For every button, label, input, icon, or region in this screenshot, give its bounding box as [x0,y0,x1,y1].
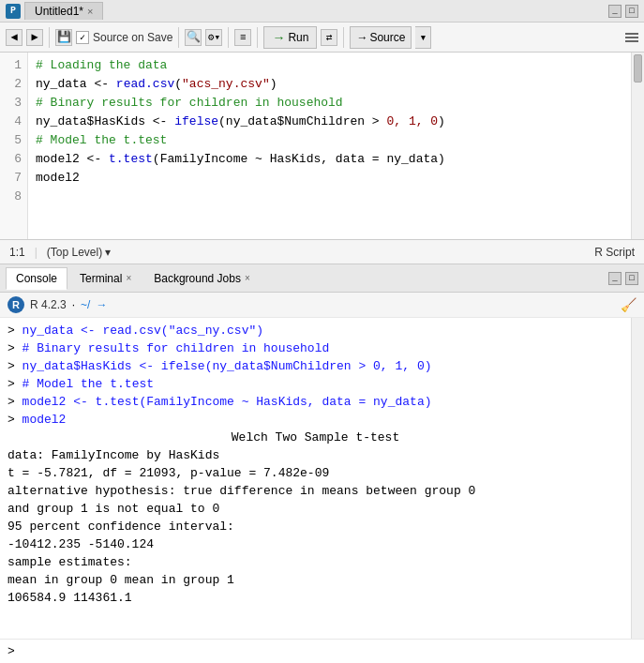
cmd-line-5: > model2 <- t.test(FamilyIncome ~ HasKid… [7,393,623,411]
run-play-icon: → [272,30,285,45]
cursor-position: 1:1 [9,246,25,259]
out-title: Welch Two Sample t-test [7,429,623,446]
tab-console-label: Console [16,272,57,285]
window-controls: _ □ [608,5,638,18]
run-button[interactable]: → Run [263,26,317,49]
cmd-line-1: > ny_data <- read.csv("acs_ny.csv") [7,322,623,339]
code-line-2: ny_data <- read.csv("acs_ny.csv") [36,75,623,94]
background-jobs-close-icon[interactable]: × [245,273,250,283]
title-bar: P Untitled1* × _ □ [0,0,644,23]
tab-terminal-label: Terminal [80,272,122,285]
scrollbar-thumb[interactable] [634,54,642,83]
dir-arrow-icon[interactable]: → [96,298,107,311]
source-arrow-icon: → [356,31,367,44]
toolbar-sep-2 [178,27,179,48]
toolbar-sep-1 [49,27,50,48]
clear-console-icon[interactable]: 🧹 [621,297,637,312]
tools-button[interactable]: ⚙▾ [205,29,222,46]
code-line-5: # Model the t.test [36,131,623,150]
code-line-8 [36,188,623,206]
tab-background-jobs-label: Background Jobs [154,272,241,285]
r-logo-icon: R [7,296,24,313]
console-prompt-symbol: > [7,644,15,658]
source-on-save-checkbox[interactable]: ✓ [76,31,89,44]
dot-sep: · [72,298,75,311]
out-means-header: mean in group 0 mean in group 1 [7,571,623,589]
console-scrollbar[interactable] [631,318,644,639]
source-label: Source [369,31,405,44]
line-numbers: 1 2 3 4 5 6 7 8 [0,53,28,239]
out-data: data: FamilyIncome by HasKids [7,446,623,464]
toolbar-sep-4 [257,27,258,48]
console-toolbar: _ □ [608,272,638,285]
cmd-line-4: > # Model the t.test [7,375,623,393]
r-version: R 4.2.3 [30,298,67,311]
out-tstat: t = -5.7821, df = 21093, p-value = 7.482… [7,464,623,482]
level-dropdown-icon[interactable]: ▾ [105,246,111,259]
console-input-field[interactable] [19,644,637,658]
back-button[interactable]: ◀ [6,29,22,46]
source-dropdown-button[interactable]: ▾ [415,26,431,49]
tab-close-icon[interactable]: × [87,6,93,17]
tab-label: Untitled1* [35,5,83,18]
console-panel: Console Terminal × Background Jobs × _ □… [0,264,644,663]
console-header: R R 4.2.3 · ~/ → 🧹 [0,293,644,318]
console-minimize-button[interactable]: _ [608,272,622,285]
sep1: | [35,246,37,259]
cmd-line-2: > # Binary results for children in house… [7,339,623,357]
format-button[interactable]: ≡ [234,29,251,46]
code-line-6: model2 <- t.test(FamilyIncome ~ HasKids,… [36,150,623,169]
out-ci-values: -10412.235 -5140.124 [7,535,623,553]
app-icon: P [6,4,21,19]
run-arrows-button[interactable]: ⇄ [321,29,337,46]
code-level-label: (Top Level) [47,246,102,259]
code-line-7: model2 [36,169,623,188]
run-label: Run [288,31,308,44]
lines-icon[interactable] [625,33,638,42]
tab-terminal[interactable]: Terminal × [69,267,142,290]
toolbar-sep-3 [228,27,229,48]
code-line-4: ny_data$HasKids <- ifelse(ny_data$NumChi… [36,113,623,131]
out-alt1: alternative hypothesis: true difference … [7,482,623,500]
minimize-button[interactable]: _ [608,5,622,18]
filetype-label: R Script [594,246,635,259]
editor-toolbar: ◀ ▶ 💾 ✓ Source on Save 🔍 ⚙▾ ≡ → Run ⇄ → … [0,23,644,53]
console-input-row: > [0,639,644,663]
out-means-values: 106584.9 114361.1 [7,589,623,607]
code-line-3: # Binary results for children in househo… [36,94,623,113]
editor-scrollbar[interactable] [631,53,644,239]
maximize-button[interactable]: □ [625,5,638,18]
console-output[interactable]: > ny_data <- read.csv("acs_ny.csv") > # … [0,318,631,639]
source-button[interactable]: → Source [350,26,412,49]
cmd-line-6: > model2 [7,411,623,429]
tab-background-jobs[interactable]: Background Jobs × [143,267,261,290]
save-button[interactable]: 💾 [55,29,72,46]
tab-console[interactable]: Console [6,267,67,290]
code-content[interactable]: # Loading the data ny_data <- read.csv("… [28,53,631,239]
code-line-1: # Loading the data [36,56,623,75]
out-alt2: and group 1 is not equal to 0 [7,500,623,518]
console-tabs: Console Terminal × Background Jobs × _ □ [0,264,644,293]
console-maximize-button[interactable]: □ [625,272,638,285]
editor-tab[interactable]: Untitled1* × [24,2,103,20]
terminal-close-icon[interactable]: × [126,273,131,283]
search-button[interactable]: 🔍 [185,29,202,46]
console-scroll-wrap: > ny_data <- read.csv("acs_ny.csv") > # … [0,318,644,639]
status-bar: 1:1 | (Top Level) ▾ R Script [0,240,644,264]
cmd-line-3: > ny_data$HasKids <- ifelse(ny_data$NumC… [7,357,623,375]
code-level[interactable]: (Top Level) ▾ [47,246,111,259]
toolbar-sep-5 [343,27,344,48]
out-sample-label: sample estimates: [7,553,623,571]
out-ci-label: 95 percent confidence interval: [7,518,623,535]
editor-area: 1 2 3 4 5 6 7 8 # Loading the data ny_da… [0,53,644,240]
source-on-save-label: Source on Save [93,31,172,44]
forward-button[interactable]: ▶ [26,29,43,46]
working-dir-link[interactable]: ~/ [81,298,90,311]
